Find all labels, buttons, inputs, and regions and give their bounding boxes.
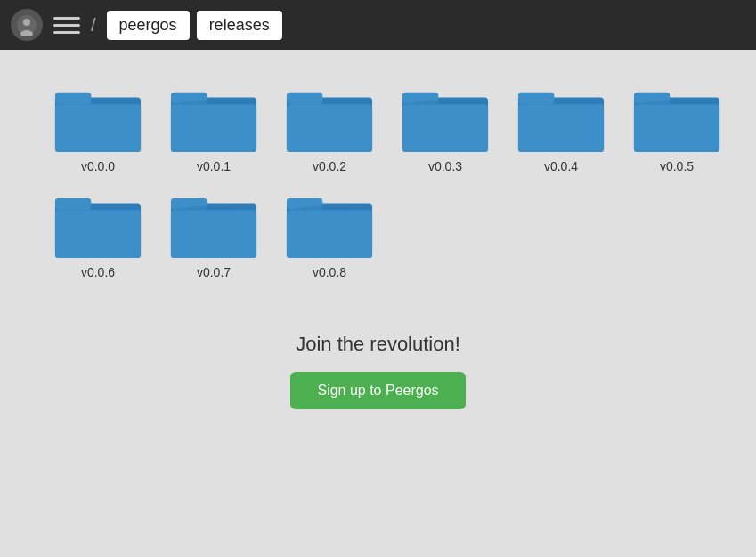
svg-rect-10 xyxy=(287,93,322,104)
breadcrumb-releases[interactable]: releases xyxy=(197,11,282,40)
svg-rect-22 xyxy=(55,198,91,210)
folder-item-v005[interactable]: v0.0.5 xyxy=(623,85,730,174)
svg-rect-8 xyxy=(171,104,256,152)
header: / peergos releases xyxy=(0,0,756,50)
main-content: v0.0.0 v0.0.1 xyxy=(0,50,756,436)
avatar-icon[interactable] xyxy=(11,9,43,41)
folder-icon xyxy=(169,85,258,152)
folder-icon xyxy=(169,191,258,258)
folder-label: v0.0.4 xyxy=(544,159,578,174)
tagline: Join the revolution! xyxy=(296,333,460,356)
signup-button[interactable]: Sign up to Peergos xyxy=(290,372,465,409)
folder-item-v004[interactable]: v0.0.4 xyxy=(508,85,614,174)
svg-rect-14 xyxy=(402,104,488,152)
menu-icon[interactable] xyxy=(53,12,80,38)
svg-rect-4 xyxy=(55,93,91,104)
folder-icon xyxy=(632,85,721,152)
folder-label: v0.0.7 xyxy=(197,265,231,279)
folder-icon xyxy=(285,191,374,258)
folder-item-v006[interactable]: v0.0.6 xyxy=(45,191,151,279)
svg-rect-26 xyxy=(171,210,256,258)
svg-point-1 xyxy=(23,19,30,26)
folder-label: v0.0.5 xyxy=(660,159,694,174)
folder-label: v0.0.2 xyxy=(313,159,346,174)
folder-icon xyxy=(285,85,374,152)
folder-icon xyxy=(516,85,606,152)
folder-label: v0.0.3 xyxy=(428,159,462,174)
folder-icon xyxy=(53,191,142,258)
folder-item-v000[interactable]: v0.0.0 xyxy=(45,85,151,174)
svg-rect-29 xyxy=(287,210,372,258)
folder-label: v0.0.1 xyxy=(197,159,231,174)
folder-label: v0.0.6 xyxy=(81,265,115,279)
svg-rect-11 xyxy=(287,104,372,152)
folder-icon xyxy=(53,85,142,152)
svg-rect-16 xyxy=(518,93,554,104)
folder-item-v008[interactable]: v0.0.8 xyxy=(276,191,383,279)
folder-icon xyxy=(401,85,490,152)
breadcrumb-peergos[interactable]: peergos xyxy=(107,11,190,40)
bottom-section: Join the revolution! Sign up to Peergos xyxy=(0,333,756,409)
folders-grid: v0.0.0 v0.0.1 xyxy=(45,85,730,279)
svg-rect-17 xyxy=(518,104,604,152)
folder-item-v002[interactable]: v0.0.2 xyxy=(276,85,383,174)
folder-item-v007[interactable]: v0.0.7 xyxy=(160,191,267,279)
folder-item-v003[interactable]: v0.0.3 xyxy=(392,85,499,174)
folder-label: v0.0.8 xyxy=(313,265,346,279)
svg-rect-5 xyxy=(55,104,141,152)
folder-label: v0.0.0 xyxy=(81,159,115,174)
breadcrumb-separator: / xyxy=(91,15,96,36)
svg-rect-20 xyxy=(634,104,719,152)
folder-item-v001[interactable]: v0.0.1 xyxy=(160,85,267,174)
svg-rect-23 xyxy=(55,210,141,258)
